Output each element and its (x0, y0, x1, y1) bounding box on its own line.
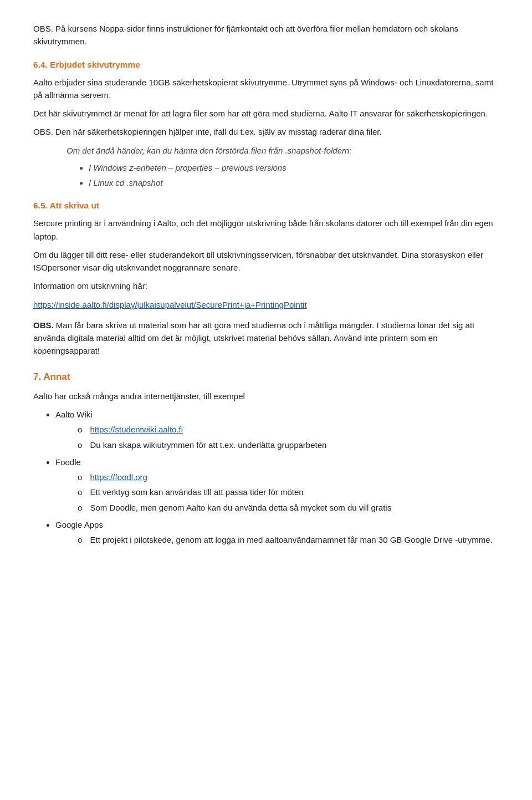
aalto-wiki-subitems: https://studentwiki.aalto.fi Du kan skap… (78, 423, 499, 451)
section-65-p2: Om du lägger till ditt rese- eller stude… (33, 248, 499, 274)
foodle-link-item[interactable]: https://foodl.org (78, 471, 499, 483)
snapshot-list: I Windows z-enheten – properties – previ… (89, 161, 499, 190)
foodle-subitems: https://foodl.org Ett verktyg som kan an… (78, 471, 499, 514)
print-info-label: Information om utskrivning här: (33, 279, 499, 292)
snapshot-windows-item: I Windows z-enheten – properties – previ… (89, 161, 499, 174)
section-64-heading: 6.4. Erbjudet skivutrymme (33, 58, 499, 72)
obs1-paragraph: OBS. På kursens Noppa-sidor finns instru… (33, 22, 499, 48)
section-7-heading: 7. Annat (33, 370, 499, 384)
aalto-wiki-label: Aalto Wiki (55, 410, 93, 419)
list-item-google-apps: Google Apps Ett projekt i pilotskede, ge… (55, 518, 499, 547)
foodle-desc1-item: Ett verktyg som kan användas till att pa… (78, 486, 499, 498)
aalto-wiki-desc-item: Du kan skapa wikiutrymmen för att t.ex. … (78, 439, 499, 451)
services-list: Aalto Wiki https://studentwiki.aalto.fi … (55, 408, 499, 546)
foodle-desc2-item: Som Doodle, men genom Aalto kan du använ… (78, 501, 499, 514)
print-info-link[interactable]: https://inside.aalto.fi/display/julkaisu… (33, 298, 499, 311)
foodle-label: Foodle (55, 457, 81, 467)
obs2-paragraph: OBS. Den här säkerhetskopieringen hjälpe… (33, 125, 499, 138)
aalto-wiki-desc: Du kan skapa wikiutrymmen för att t.ex. … (90, 440, 327, 450)
section-7-intro: Aalto har också många andra internettjän… (33, 390, 499, 402)
google-apps-desc: Ett projekt i pilotskede, genom att logg… (90, 535, 493, 544)
google-apps-subitems: Ett projekt i pilotskede, genom att logg… (78, 533, 499, 546)
section-64-p1: Aalto erbjuder sina studerande 10GB säke… (33, 76, 499, 102)
google-apps-label: Google Apps (55, 520, 103, 529)
list-item-foodle: Foodle https://foodl.org Ett verktyg som… (55, 456, 499, 514)
list-item-aalto-wiki: Aalto Wiki https://studentwiki.aalto.fi … (55, 408, 499, 451)
section-65-heading: 6.5. Att skriva ut (33, 199, 499, 212)
section-64-p2: Det här skivutrymmet är menat för att la… (33, 107, 499, 120)
foodle-desc1: Ett verktyg som kan användas till att pa… (90, 487, 304, 497)
aalto-wiki-link-item[interactable]: https://studentwiki.aalto.fi (78, 423, 499, 436)
obs3-text: Man får bara skriva ut material som har … (33, 320, 474, 356)
section-65-p1: Sercure printing är i användning i Aalto… (33, 217, 499, 243)
obs3-paragraph: OBS. Man får bara skriva ut material som… (33, 319, 499, 358)
aalto-wiki-link[interactable]: https://studentwiki.aalto.fi (90, 425, 183, 434)
print-link-anchor[interactable]: https://inside.aalto.fi/display/julkaisu… (33, 300, 307, 309)
foodle-desc2: Som Doodle, men genom Aalto kan du använ… (90, 503, 392, 512)
google-apps-desc-item: Ett projekt i pilotskede, genom att logg… (78, 533, 499, 546)
foodle-link[interactable]: https://foodl.org (90, 472, 147, 482)
obs3-label: OBS. (33, 320, 54, 330)
snapshot-intro: Om det ändå händer, kan du hämta den för… (66, 144, 499, 157)
snapshot-linux-item: I Linux cd .snapshot (89, 176, 499, 189)
